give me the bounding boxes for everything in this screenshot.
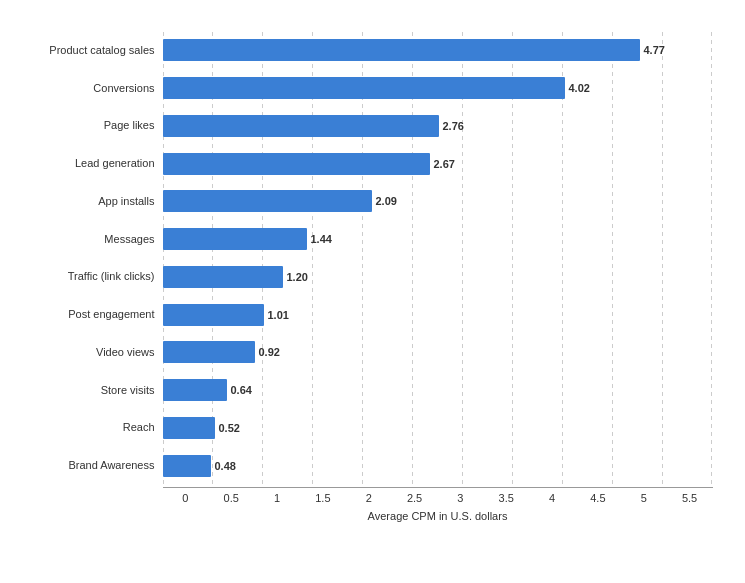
bar-value-label: 4.77 (644, 44, 665, 56)
bar-value-label: 1.20 (287, 271, 308, 283)
x-tick: 3 (437, 492, 483, 504)
bar-row: 1.01 (163, 300, 713, 330)
bar-row: 1.44 (163, 224, 713, 254)
bars-section: 4.774.022.762.672.091.441.201.010.920.64… (163, 32, 713, 485)
bar: 2.67 (163, 153, 430, 175)
y-label: Traffic (link clicks) (33, 270, 155, 283)
bar: 0.64 (163, 379, 227, 401)
y-label: Brand Awareness (33, 459, 155, 472)
x-tick: 5.5 (667, 492, 713, 504)
x-tick: 0.5 (208, 492, 254, 504)
chart-area: Product catalog salesConversionsPage lik… (33, 32, 713, 485)
bar: 4.02 (163, 77, 565, 99)
y-label: Conversions (33, 82, 155, 95)
x-axis-line (163, 487, 713, 488)
bar: 1.44 (163, 228, 307, 250)
bar: 2.09 (163, 190, 372, 212)
y-label: Reach (33, 421, 155, 434)
x-tick: 1 (254, 492, 300, 504)
bar-row: 4.77 (163, 35, 713, 65)
y-label: Lead generation (33, 157, 155, 170)
bar: 0.92 (163, 341, 255, 363)
x-axis-title: Average CPM in U.S. dollars (163, 510, 713, 522)
bar-row: 0.52 (163, 413, 713, 443)
bar-value-label: 2.09 (376, 195, 397, 207)
x-tick: 4 (529, 492, 575, 504)
y-label: Store visits (33, 384, 155, 397)
bar: 1.01 (163, 304, 264, 326)
bar-value-label: 2.67 (434, 158, 455, 170)
y-label: Post engagement (33, 308, 155, 321)
y-label: App installs (33, 195, 155, 208)
bar-row: 0.48 (163, 451, 713, 481)
x-tick: 2 (346, 492, 392, 504)
x-tick: 0 (163, 492, 209, 504)
bar: 2.76 (163, 115, 439, 137)
bar: 0.48 (163, 455, 211, 477)
x-axis: 00.511.522.533.544.555.5 (163, 492, 713, 504)
bar-row: 2.76 (163, 111, 713, 141)
bar-row: 0.64 (163, 375, 713, 405)
y-label: Messages (33, 233, 155, 246)
bar-value-label: 4.02 (569, 82, 590, 94)
bar-value-label: 1.44 (311, 233, 332, 245)
x-tick: 5 (621, 492, 667, 504)
y-axis-labels: Product catalog salesConversionsPage lik… (33, 32, 163, 485)
y-label: Product catalog sales (33, 44, 155, 57)
bar-value-label: 0.92 (259, 346, 280, 358)
bar-row: 0.92 (163, 337, 713, 367)
bar: 4.77 (163, 39, 640, 61)
y-label: Page likes (33, 119, 155, 132)
bar-value-label: 2.76 (443, 120, 464, 132)
x-tick: 2.5 (392, 492, 438, 504)
bar: 1.20 (163, 266, 283, 288)
bar-row: 4.02 (163, 73, 713, 103)
bar-value-label: 0.52 (219, 422, 240, 434)
y-label: Video views (33, 346, 155, 359)
x-tick: 3.5 (483, 492, 529, 504)
bar-value-label: 0.64 (231, 384, 252, 396)
bar-row: 1.20 (163, 262, 713, 292)
x-tick: 1.5 (300, 492, 346, 504)
bar-value-label: 1.01 (268, 309, 289, 321)
bar-row: 2.67 (163, 149, 713, 179)
x-tick: 4.5 (575, 492, 621, 504)
bar-row: 2.09 (163, 186, 713, 216)
bar-value-label: 0.48 (215, 460, 236, 472)
bar: 0.52 (163, 417, 215, 439)
chart-container: Product catalog salesConversionsPage lik… (13, 12, 733, 572)
